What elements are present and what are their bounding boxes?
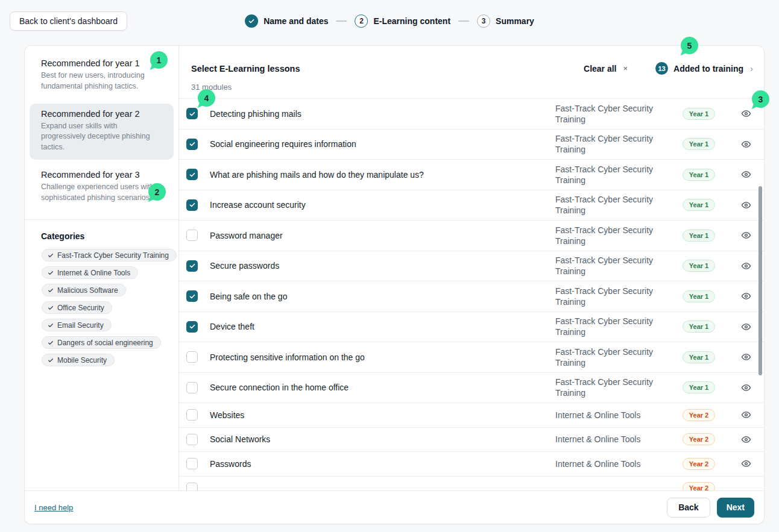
check-icon xyxy=(48,270,54,276)
lesson-row[interactable]: Device theft Fast-Track Cyber Security T… xyxy=(179,311,764,342)
category-chip[interactable]: Dangers of social engineering xyxy=(42,336,161,349)
year-badge: Year 2 xyxy=(683,433,715,445)
check-icon xyxy=(48,322,54,328)
wizard-footer: I need help Back Next xyxy=(25,490,764,524)
sidebar-divider xyxy=(25,219,178,220)
scrollbar-thumb[interactable] xyxy=(758,186,762,375)
lesson-checkbox[interactable] xyxy=(186,199,198,211)
step-label: E-Learning content xyxy=(374,16,451,26)
lesson-checkbox[interactable] xyxy=(186,108,198,119)
lesson-category: Fast-Track Cyber Security Training xyxy=(555,377,670,398)
lesson-title: Increase account security xyxy=(210,200,555,210)
lesson-row[interactable]: Social engineering requires information … xyxy=(179,129,764,160)
recommendation-item[interactable]: Recommended for year 2 Expand user skill… xyxy=(30,104,174,160)
category-chip[interactable]: Fast-Track Cyber Security Training xyxy=(42,249,177,261)
lesson-checkbox[interactable] xyxy=(186,409,198,421)
lesson-row[interactable]: What are phishing mails and how do they … xyxy=(179,159,764,190)
year-badge: Year 1 xyxy=(683,169,715,181)
lesson-checkbox[interactable] xyxy=(186,321,198,333)
eye-icon[interactable] xyxy=(741,322,751,332)
eye-icon[interactable] xyxy=(741,200,751,210)
check-icon xyxy=(189,201,196,208)
clear-all-label: Clear all xyxy=(584,64,616,74)
step-name-and-dates[interactable]: Name and dates xyxy=(245,14,328,28)
lesson-category: Fast-Track Cyber Security Training xyxy=(555,103,670,125)
help-link[interactable]: I need help xyxy=(34,503,73,512)
annotation-number: 3 xyxy=(758,95,763,104)
lesson-checkbox[interactable] xyxy=(186,351,198,363)
lesson-category: Fast-Track Cyber Security Training xyxy=(555,346,670,368)
lesson-checkbox[interactable] xyxy=(186,434,198,445)
lesson-checkbox[interactable] xyxy=(186,290,198,302)
category-chip[interactable]: Malicious Software xyxy=(42,284,126,296)
lesson-category: Fast-Track Cyber Security Training xyxy=(555,194,670,216)
eye-icon[interactable] xyxy=(741,458,751,469)
check-icon xyxy=(48,340,54,346)
sidebar: Recommended for year 1 Best for new user… xyxy=(25,46,179,490)
eye-icon[interactable] xyxy=(741,139,751,149)
lesson-row[interactable]: Secure connection in the home office Fas… xyxy=(179,372,764,403)
lesson-category: Fast-Track Cyber Security Training xyxy=(555,133,670,155)
lesson-list: Detecting phishing mails Fast-Track Cybe… xyxy=(179,98,764,490)
lesson-title: Protecting sensitive information on the … xyxy=(210,352,555,362)
category-chip-label: Dangers of social engineering xyxy=(57,339,153,347)
eye-icon[interactable] xyxy=(741,383,751,393)
close-icon: × xyxy=(623,64,628,73)
category-chip[interactable]: Internet & Online Tools xyxy=(42,266,138,279)
lesson-category: Internet & Online Tools xyxy=(555,434,670,445)
eye-icon[interactable] xyxy=(741,352,751,362)
lesson-row[interactable]: Protecting sensitive information on the … xyxy=(179,342,764,372)
next-button[interactable]: Next xyxy=(717,498,754,518)
lesson-row[interactable]: Year 2 xyxy=(179,476,764,491)
back-button[interactable]: Back xyxy=(667,498,710,518)
added-to-training-link[interactable]: 13 Added to training › xyxy=(655,62,753,75)
step-elearning-content[interactable]: 2 E-Learning content xyxy=(355,14,451,28)
year-badge: Year 1 xyxy=(683,381,715,393)
lesson-title: Detecting phishing mails xyxy=(210,109,555,119)
modules-count: 31 modules xyxy=(191,83,764,92)
lesson-checkbox[interactable] xyxy=(186,382,198,393)
lesson-row[interactable]: Secure passwords Fast-Track Cyber Securi… xyxy=(179,251,764,281)
lesson-checkbox[interactable] xyxy=(186,169,198,180)
back-to-dashboard-button[interactable]: Back to client's dashboard xyxy=(10,11,127,31)
lesson-category: Internet & Online Tools xyxy=(555,410,670,421)
eye-icon[interactable] xyxy=(741,291,751,301)
category-chip[interactable]: Office Security xyxy=(42,301,112,314)
lesson-checkbox[interactable] xyxy=(186,458,198,469)
lesson-row[interactable]: Increase account security Fast-Track Cyb… xyxy=(179,190,764,221)
step-summary[interactable]: 3 Summary xyxy=(477,14,534,28)
lesson-checkbox[interactable] xyxy=(186,483,198,490)
lesson-checkbox[interactable] xyxy=(186,260,198,272)
lesson-category: Fast-Track Cyber Security Training xyxy=(555,316,670,337)
lesson-category: Fast-Track Cyber Security Training xyxy=(555,286,670,307)
category-chip-label: Fast-Track Cyber Security Training xyxy=(57,251,169,260)
lesson-title: Device theft xyxy=(210,322,555,331)
category-chip[interactable]: Mobile Security xyxy=(42,354,115,366)
lesson-row[interactable]: Detecting phishing mails Fast-Track Cybe… xyxy=(179,98,764,129)
annotation-number: 1 xyxy=(157,55,162,65)
eye-icon[interactable] xyxy=(741,169,751,180)
category-chip[interactable]: Email Security xyxy=(42,319,112,331)
eye-icon[interactable] xyxy=(741,434,751,445)
category-chip-label: Internet & Online Tools xyxy=(57,269,130,277)
eye-icon[interactable] xyxy=(741,410,751,420)
clear-all-button[interactable]: Clear all × xyxy=(584,64,628,74)
eye-icon[interactable] xyxy=(741,261,751,271)
year-badge: Year 1 xyxy=(683,230,715,242)
eye-icon[interactable] xyxy=(741,108,751,119)
recommendation-description: Challenge experienced users with sophist… xyxy=(41,182,162,204)
year-badge: Year 2 xyxy=(683,409,715,421)
lesson-checkbox[interactable] xyxy=(186,139,198,150)
lesson-row[interactable]: Passwords Internet & Online Tools Year 2 xyxy=(179,451,764,476)
lesson-title: Password manager xyxy=(210,231,555,240)
lesson-title: Being safe on the go xyxy=(210,292,555,301)
lesson-row[interactable]: Password manager Fast-Track Cyber Securi… xyxy=(179,220,764,251)
lesson-title: Websites xyxy=(210,410,555,420)
lesson-row[interactable]: Social Networks Internet & Online Tools … xyxy=(179,427,764,452)
lesson-checkbox[interactable] xyxy=(186,230,198,241)
step-done-check-icon xyxy=(245,14,258,28)
lesson-row[interactable]: Websites Internet & Online Tools Year 2 xyxy=(179,402,764,427)
year-badge: Year 1 xyxy=(683,351,715,363)
eye-icon[interactable] xyxy=(741,230,751,240)
lesson-row[interactable]: Being safe on the go Fast-Track Cyber Se… xyxy=(179,281,764,311)
